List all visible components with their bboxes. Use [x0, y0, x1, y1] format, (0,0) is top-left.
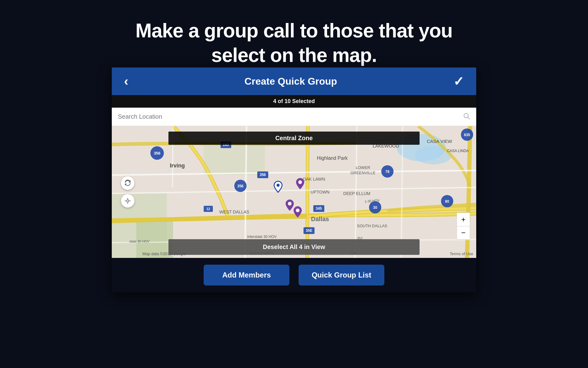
svg-text:78: 78: [385, 170, 390, 174]
zone-label-text: Central Zone: [275, 135, 313, 141]
svg-text:GREENVILLE: GREENVILLE: [350, 171, 375, 175]
map-controls-left: [121, 176, 134, 208]
map-background: 356 356 183 635 345 35E 30 80 78: [112, 126, 476, 258]
svg-text:356: 356: [260, 173, 266, 177]
svg-text:SOUTH DALLAS: SOUTH DALLAS: [357, 224, 387, 228]
confirm-button[interactable]: ✓: [453, 74, 464, 89]
title-line1: Make a group call to those that you: [135, 20, 452, 42]
svg-rect-7: [204, 144, 265, 175]
google-watermark: Map data ©2019 Google: [142, 251, 186, 256]
deselect-bar[interactable]: Deselect All 4 in View: [168, 239, 420, 255]
search-input[interactable]: [118, 113, 463, 120]
svg-text:635: 635: [464, 133, 470, 137]
map-pin-4[interactable]: [293, 206, 302, 218]
add-members-button[interactable]: Add Members: [204, 265, 289, 286]
deselect-label: Deselect All 4 in View: [263, 243, 325, 250]
header-title: Create Quick Group: [244, 76, 337, 87]
svg-text:WEST DALLAS: WEST DALLAS: [219, 209, 249, 214]
svg-point-52: [288, 202, 292, 205]
svg-text:356: 356: [237, 184, 243, 188]
svg-text:LOWER: LOWER: [356, 165, 370, 170]
selection-count: 4 of 10 Selected: [273, 98, 315, 104]
locate-button[interactable]: [121, 194, 134, 208]
svg-point-54: [126, 200, 129, 202]
zoom-in-button[interactable]: +: [457, 213, 470, 226]
search-bar: [112, 108, 476, 126]
svg-text:OAK LAWN: OAK LAWN: [303, 177, 325, 182]
svg-point-53: [296, 209, 300, 212]
svg-text:30: 30: [373, 205, 377, 210]
zone-label: Central Zone: [168, 132, 420, 145]
svg-text:UPTOWN: UPTOWN: [311, 190, 330, 194]
zoom-out-button[interactable]: −: [457, 226, 470, 240]
svg-text:Dallas: Dallas: [311, 216, 329, 222]
svg-point-50: [277, 184, 280, 187]
map-pin-2[interactable]: [296, 178, 305, 190]
search-icon: [463, 112, 470, 121]
map-pin-1[interactable]: [273, 181, 283, 193]
svg-point-51: [298, 180, 302, 184]
svg-text:80: 80: [445, 199, 449, 204]
selection-bar: 4 of 10 Selected: [112, 95, 476, 108]
svg-text:Interstate 30 HOV: Interstate 30 HOV: [247, 235, 277, 239]
quick-group-list-button[interactable]: Quick Group List: [299, 265, 384, 286]
svg-text:DEEP ELLUM: DEEP ELLUM: [343, 191, 370, 196]
svg-line-1: [468, 117, 470, 119]
back-button[interactable]: ‹: [124, 75, 128, 88]
page-title: Make a group call to those that you sele…: [6, 18, 582, 67]
terms-link[interactable]: Terms of Use: [450, 251, 473, 256]
app-header: ‹ Create Quick Group ✓: [112, 67, 476, 95]
zoom-controls: + −: [457, 213, 470, 240]
svg-text:CASA LINDA: CASA LINDA: [447, 149, 469, 153]
svg-text:12: 12: [206, 207, 210, 211]
map-container[interactable]: 356 356 183 635 345 35E 30 80 78: [112, 126, 476, 258]
title-line2: select on the map.: [211, 44, 377, 66]
svg-text:CASA VIEW: CASA VIEW: [427, 139, 452, 144]
svg-text:356: 356: [154, 151, 160, 155]
app-frame: ‹ Create Quick Group ✓ 4 of 10 Selected: [112, 67, 476, 292]
svg-text:state 30 HOV: state 30 HOV: [129, 240, 150, 243]
svg-text:Irving: Irving: [170, 163, 185, 169]
refresh-button[interactable]: [121, 176, 134, 190]
bottom-buttons: Add Members Quick Group List: [112, 258, 476, 292]
svg-text:35E: 35E: [306, 228, 312, 233]
svg-text:Highland Park: Highland Park: [317, 155, 348, 161]
svg-text:345: 345: [316, 206, 322, 211]
